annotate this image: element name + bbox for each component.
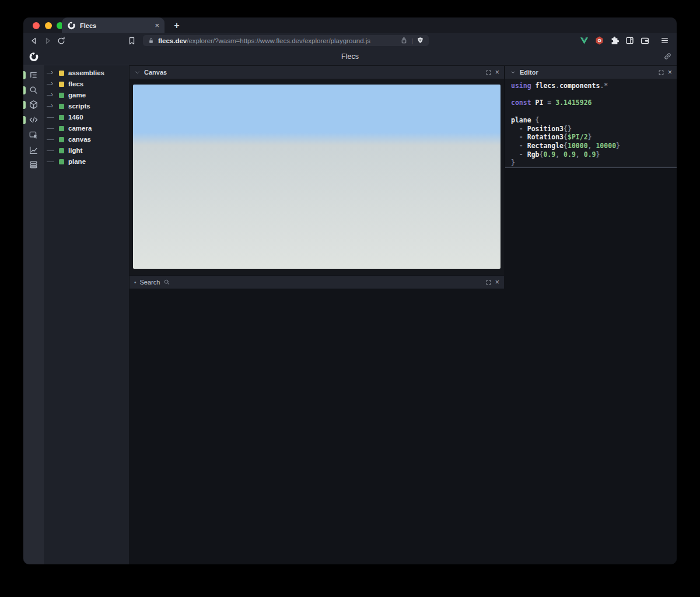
browser-window: Flecs × + flecs.dev/explorer/?wasm=https… bbox=[23, 17, 677, 564]
tree-item-label: scripts bbox=[68, 103, 90, 110]
tree-item-camera[interactable]: camera bbox=[44, 123, 129, 134]
entity-tree-panel: ›assemblies›flecs›game›scripts1460camera… bbox=[44, 65, 129, 564]
url-text: flecs.dev/explorer/?wasm=https://www.fle… bbox=[158, 37, 397, 44]
tree-guide-line bbox=[47, 145, 59, 156]
fullscreen-icon[interactable] bbox=[485, 279, 492, 286]
expand-arrow-icon[interactable]: › bbox=[47, 101, 59, 112]
lock-icon bbox=[148, 37, 155, 44]
pill-divider: | bbox=[411, 37, 413, 44]
brave-shield-icon[interactable] bbox=[416, 37, 424, 44]
toolbar-entities[interactable] bbox=[23, 98, 44, 112]
magnifier-icon bbox=[163, 279, 170, 286]
rows-icon bbox=[29, 160, 38, 170]
expand-arrow-icon[interactable]: › bbox=[47, 68, 59, 79]
toolbar-entity-tree[interactable] bbox=[23, 68, 44, 82]
tree-item-assemblies[interactable]: ›assemblies bbox=[44, 68, 129, 79]
forward-icon[interactable] bbox=[43, 36, 52, 45]
code-editor[interactable]: using flecs.components.* const PI = 3.14… bbox=[505, 79, 677, 168]
toolbar-inspector[interactable] bbox=[23, 128, 44, 142]
3d-viewport[interactable] bbox=[133, 85, 501, 269]
bookmark-icon[interactable] bbox=[127, 36, 136, 45]
code-line bbox=[511, 90, 671, 99]
extensions-icon[interactable] bbox=[610, 36, 620, 45]
entity-color-square bbox=[59, 126, 64, 131]
tree-icon bbox=[29, 70, 38, 80]
toolbar-scripts[interactable] bbox=[23, 113, 44, 127]
wallet-icon[interactable] bbox=[640, 36, 650, 45]
canvas-panel-header[interactable]: Canvas × bbox=[130, 66, 504, 79]
tree-item-label: assemblies bbox=[68, 69, 104, 76]
entity-color-square bbox=[59, 71, 64, 76]
code-line bbox=[511, 107, 671, 116]
tree-item-canvas[interactable]: canvas bbox=[44, 134, 129, 145]
extension-icons bbox=[579, 36, 650, 45]
toolbar-tables[interactable] bbox=[23, 158, 44, 172]
tree-guide-line bbox=[47, 112, 59, 123]
tree-item-plane[interactable]: plane bbox=[44, 156, 129, 167]
page-title: Flecs bbox=[23, 48, 677, 65]
code-line: - Position3{} bbox=[511, 125, 671, 134]
tree-item-flecs[interactable]: ›flecs bbox=[44, 79, 129, 90]
menu-icon[interactable] bbox=[660, 36, 670, 45]
address-bar[interactable]: flecs.dev/explorer/?wasm=https://www.fle… bbox=[143, 35, 429, 46]
close-window-button[interactable] bbox=[33, 22, 40, 29]
window-controls bbox=[33, 22, 64, 29]
tree-item-scripts[interactable]: ›scripts bbox=[44, 101, 129, 112]
tree-item-1460[interactable]: 1460 bbox=[44, 112, 129, 123]
fullscreen-icon[interactable] bbox=[485, 69, 492, 76]
active-indicator bbox=[23, 86, 26, 94]
chevron-down-icon[interactable] bbox=[134, 69, 141, 76]
tool-sidebar bbox=[23, 65, 44, 564]
share-icon[interactable] bbox=[400, 37, 408, 44]
app-content: ›assemblies›flecs›game›scripts1460camera… bbox=[23, 65, 677, 564]
expand-arrow-icon[interactable]: › bbox=[47, 90, 59, 101]
close-icon[interactable]: × bbox=[495, 279, 499, 286]
back-icon[interactable] bbox=[29, 36, 38, 45]
tree-item-label: 1460 bbox=[68, 114, 83, 121]
tree-item-label: light bbox=[68, 147, 82, 154]
entity-color-square bbox=[59, 104, 64, 109]
fullscreen-icon[interactable] bbox=[658, 69, 664, 76]
tree-guide-line bbox=[47, 134, 59, 145]
reload-icon[interactable] bbox=[57, 36, 66, 45]
chevron-down-icon[interactable] bbox=[510, 69, 516, 76]
tab-close-icon[interactable]: × bbox=[155, 22, 159, 29]
toolbar-query-search[interactable] bbox=[23, 83, 44, 97]
active-indicator bbox=[23, 71, 26, 79]
new-tab-button[interactable]: + bbox=[170, 19, 183, 32]
vue-devtools-icon[interactable] bbox=[579, 36, 589, 45]
browser-tab-flecs[interactable]: Flecs × bbox=[62, 17, 164, 33]
tree-guide-line bbox=[47, 156, 59, 167]
close-icon[interactable]: × bbox=[668, 69, 672, 76]
active-indicator bbox=[23, 116, 26, 124]
entity-color-square bbox=[59, 148, 64, 153]
entity-color-square bbox=[59, 93, 64, 98]
code-icon bbox=[29, 115, 38, 125]
flecs-favicon-icon bbox=[67, 21, 76, 30]
tree-item-light[interactable]: light bbox=[44, 145, 129, 156]
editor-panel-header[interactable]: Editor × bbox=[505, 66, 677, 79]
search-panel-header[interactable]: • Search × bbox=[130, 276, 504, 289]
code-line: using flecs.components.* bbox=[511, 82, 671, 90]
active-indicator bbox=[23, 101, 26, 109]
link-icon[interactable] bbox=[663, 52, 672, 61]
collapsed-bullet-icon[interactable]: • bbox=[134, 279, 136, 286]
chart-icon bbox=[29, 145, 38, 155]
navigation-bar: flecs.dev/explorer/?wasm=https://www.fle… bbox=[23, 33, 677, 48]
minimize-window-button[interactable] bbox=[45, 22, 52, 29]
entity-color-square bbox=[59, 115, 64, 120]
tab-title: Flecs bbox=[80, 22, 150, 29]
tree-item-label: plane bbox=[68, 158, 86, 165]
search-panel-title: Search bbox=[140, 279, 160, 286]
entity-color-square bbox=[59, 137, 64, 142]
canvas-panel-body bbox=[130, 79, 504, 275]
tree-item-game[interactable]: ›game bbox=[44, 90, 129, 101]
sidebar-icon[interactable] bbox=[625, 36, 635, 45]
close-icon[interactable]: × bbox=[495, 69, 499, 76]
expand-arrow-icon[interactable]: › bbox=[47, 79, 59, 90]
hexagon-extension-icon[interactable] bbox=[594, 36, 604, 45]
toolbar-statistics[interactable] bbox=[23, 143, 44, 157]
canvas-panel-title: Canvas bbox=[144, 69, 167, 76]
code-line: } bbox=[511, 159, 671, 167]
tree-guide-line bbox=[47, 123, 59, 134]
